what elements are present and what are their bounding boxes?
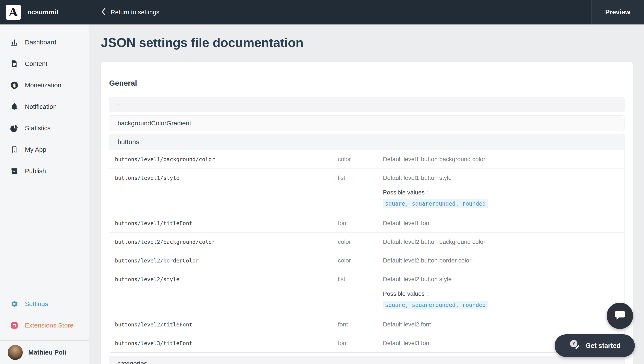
setting-type: color <box>338 150 383 168</box>
chat-button[interactable] <box>607 303 633 329</box>
possible-values-code: square, squarerounded, rounded <box>383 301 488 309</box>
table-row: buttons/level2/style list Default level2… <box>109 270 624 315</box>
sidebar-item-label: Settings <box>25 300 48 308</box>
table-row: buttons/level2/background/color color De… <box>109 233 624 251</box>
setting-type: color <box>338 233 383 251</box>
setting-key: buttons/level2/titleFont <box>115 315 338 334</box>
brand: A ncsummit <box>0 5 89 20</box>
sidebar-item-label: Content <box>25 60 48 67</box>
sidebar-item-settings[interactable]: Settings <box>0 293 89 315</box>
sidebar-item-notification[interactable]: Notification <box>0 96 89 117</box>
smartphone-icon <box>10 145 18 154</box>
avatar <box>8 345 23 360</box>
sidebar-item-label: Monetization <box>25 82 61 89</box>
svg-text:$: $ <box>13 83 16 88</box>
box-icon <box>10 167 18 175</box>
sidebar-item-content[interactable]: Content <box>0 53 89 74</box>
sidebar-item-label: Dashboard <box>25 39 56 46</box>
possible-values-label: Possible values : <box>383 189 618 196</box>
setting-type: font <box>338 214 383 232</box>
group-label: buttons <box>118 138 139 146</box>
setting-key: buttons/level2/style <box>115 270 338 315</box>
table-row: buttons/level2/borderColor color Default… <box>109 251 624 270</box>
sidebar-nav: Dashboard Content $ Monetization Notific… <box>0 25 89 182</box>
sidebar-footer: Settings Extensions Store Mathieu Poli <box>0 293 89 364</box>
sidebar-item-extensions-store[interactable]: Extensions Store <box>0 315 89 336</box>
setting-key: buttons/level2/background/color <box>115 233 338 251</box>
possible-values-label: Possible values : <box>383 290 618 297</box>
setting-key: buttons/level2/borderColor <box>115 251 338 270</box>
section-title: General <box>109 79 624 87</box>
possible-values-code: square, squarerounded, rounded <box>383 199 488 208</box>
group-label: backgroundColorGradient <box>118 120 191 127</box>
group-header-buttons[interactable]: buttons <box>109 134 624 150</box>
documentation-card: General - backgroundColorGradient button… <box>101 62 633 364</box>
group-label: - <box>118 101 120 108</box>
sidebar-item-label: Notification <box>25 103 56 110</box>
setting-type: color <box>338 251 383 270</box>
bell-icon <box>10 103 18 111</box>
setting-key: buttons/level1/titleFont <box>115 214 338 232</box>
logo-letter: A <box>9 5 18 19</box>
topbar: A ncsummit Return to settings Preview <box>0 0 644 25</box>
svg-text:?: ? <box>572 341 575 346</box>
help-icon: ? <box>569 339 581 353</box>
sidebar-item-statistics[interactable]: Statistics <box>0 117 89 139</box>
group-label: categories <box>118 360 147 364</box>
possible-values: square, squarerounded, rounded <box>383 301 618 309</box>
pie-chart-icon <box>10 124 18 132</box>
table-row: buttons/level1/style list Default level1… <box>109 169 624 214</box>
sidebar: Dashboard Content $ Monetization Notific… <box>0 25 89 364</box>
back-chevron-icon <box>101 7 106 17</box>
preview-button[interactable]: Preview <box>591 0 644 25</box>
settings-group-background-color-gradient[interactable]: backgroundColorGradient <box>109 115 624 131</box>
document-icon <box>10 60 18 68</box>
chat-icon <box>614 309 626 323</box>
settings-group-buttons: buttons buttons/level1/background/color … <box>109 134 624 353</box>
main-content: JSON settings file documentation General… <box>89 25 644 364</box>
setting-type: list <box>338 169 383 214</box>
sidebar-item-my-app[interactable]: My App <box>0 139 89 160</box>
setting-description-text: Default level2 button style <box>383 276 618 283</box>
setting-description: Default level2 button border color <box>383 251 624 270</box>
settings-group-dash[interactable]: - <box>109 97 624 112</box>
table-row: buttons/level1/titleFont font Default le… <box>109 214 624 233</box>
setting-description: Default level2 font <box>383 315 624 334</box>
app-logo: A <box>6 5 21 20</box>
user-name: Mathieu Poli <box>28 349 66 356</box>
bar-chart-icon <box>10 38 18 46</box>
setting-type: list <box>338 270 383 315</box>
setting-description: Default level2 button style Possible val… <box>383 270 624 315</box>
setting-key: buttons/level1/style <box>115 169 338 214</box>
sidebar-item-label: Statistics <box>25 124 50 132</box>
setting-key: buttons/level3/titleFont <box>115 334 338 352</box>
sidebar-footer-group: Settings Extensions Store <box>0 293 89 340</box>
sidebar-item-monetization[interactable]: $ Monetization <box>0 74 89 96</box>
setting-type: font <box>338 315 383 334</box>
setting-key: buttons/level1/background/color <box>115 150 338 168</box>
gear-icon <box>10 300 18 308</box>
possible-values: square, squarerounded, rounded <box>383 199 618 208</box>
setting-description: Default level1 button style Possible val… <box>383 169 624 214</box>
sidebar-item-label: Extensions Store <box>25 322 74 329</box>
sidebar-item-publish[interactable]: Publish <box>0 160 89 182</box>
preview-label: Preview <box>605 8 630 16</box>
get-started-button[interactable]: ? Get started <box>554 334 635 357</box>
setting-description: Default level1 button background color <box>383 150 624 168</box>
sidebar-item-dashboard[interactable]: Dashboard <box>0 32 89 53</box>
page-title: JSON settings file documentation <box>101 35 644 50</box>
sidebar-item-label: Publish <box>25 167 46 175</box>
table-row: buttons/level3/titleFont font Default le… <box>109 334 624 352</box>
setting-description: Default level2 button background color <box>383 233 624 251</box>
get-started-label: Get started <box>586 342 621 350</box>
return-to-settings-button[interactable]: Return to settings <box>101 7 159 17</box>
store-icon <box>10 321 18 329</box>
setting-description-text: Default level1 button style <box>383 174 618 181</box>
settings-group-categories[interactable]: categories <box>109 356 624 364</box>
table-row: buttons/level2/titleFont font Default le… <box>109 315 624 334</box>
app-name: ncsummit <box>27 8 58 16</box>
user-profile[interactable]: Mathieu Poli <box>0 340 89 364</box>
setting-description: Default level1 font <box>383 214 624 232</box>
dollar-circle-icon: $ <box>10 81 18 89</box>
sidebar-item-label: My App <box>25 146 46 153</box>
